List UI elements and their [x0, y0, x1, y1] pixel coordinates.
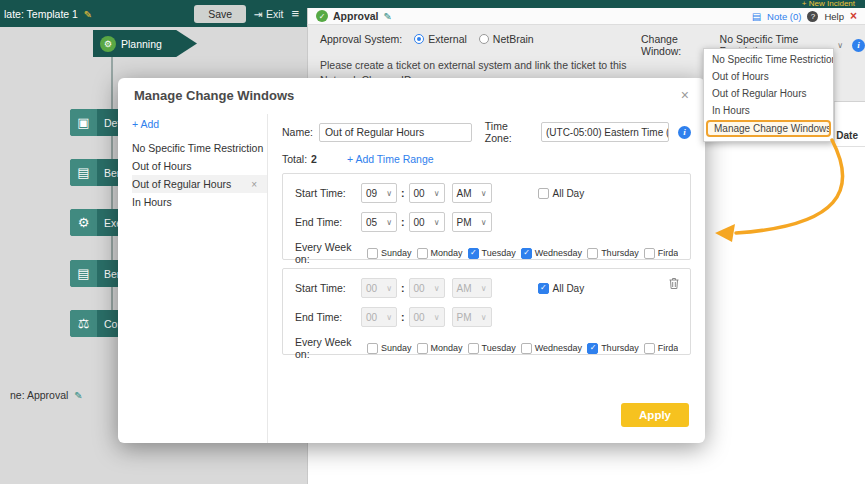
help-icon[interactable]: ?	[807, 11, 818, 22]
day-checkbox-monday[interactable]: Monday	[417, 248, 463, 259]
checkbox-icon[interactable]	[417, 248, 428, 259]
dropdown-item[interactable]: In Hours	[704, 102, 833, 119]
workflow-stage-planning[interactable]: ⚙ Planning	[93, 30, 197, 57]
dropdown-item-manage-change-windows[interactable]: Manage Change Windows	[706, 120, 831, 137]
approval-status-icon: ✓	[316, 10, 328, 22]
header-divider	[834, 146, 865, 147]
start-ampm-select: AM ∨	[452, 278, 492, 298]
add-change-window-link[interactable]: + Add	[132, 118, 159, 130]
start-minute-select[interactable]: 00 ∨	[409, 183, 445, 203]
name-row: Name: Time Zone: (UTC-05:00) Eastern Tim…	[282, 120, 691, 144]
day-checkbox-wednesday[interactable]: Wednesday	[521, 248, 582, 259]
start-time-row: Start Time: 00 ∨ : 00 ∨ AM ∨	[295, 278, 678, 298]
day-checkbox-tuesday[interactable]: Tuesday	[468, 343, 516, 354]
hamburger-menu-icon[interactable]: ≡	[291, 6, 299, 21]
start-ampm-select[interactable]: AM ∨	[452, 183, 492, 203]
all-day-label: All Day	[553, 188, 585, 199]
checkbox-icon[interactable]	[521, 343, 532, 354]
radio-external[interactable]: External	[414, 33, 467, 45]
end-time-row: End Time: 05 ∨ : 00 ∨ PM ∨	[295, 212, 678, 232]
delete-item-icon[interactable]: ×	[251, 179, 257, 190]
all-day-checkbox[interactable]: All Day	[538, 283, 585, 294]
header-actions: ▤ Note (0) ? Help ×	[752, 9, 857, 23]
dropdown-item[interactable]: Out of Regular Hours	[704, 85, 833, 102]
day-checkbox-thursday[interactable]: Thursday	[587, 343, 639, 354]
approval-panel-title: Approval	[333, 10, 379, 22]
checkbox-icon[interactable]	[587, 248, 598, 259]
checkbox-icon[interactable]	[538, 283, 549, 294]
checkbox-icon[interactable]	[367, 343, 378, 354]
dropdown-item[interactable]: No Specific Time Restriction	[704, 51, 833, 68]
save-button[interactable]: Save	[194, 5, 246, 23]
apply-button[interactable]: Apply	[621, 403, 689, 427]
checkbox-icon[interactable]	[468, 343, 479, 354]
day-checkbox-firday[interactable]: Firday	[644, 248, 678, 259]
checkbox-icon[interactable]	[538, 188, 549, 199]
end-ampm-value: PM	[457, 312, 472, 323]
list-item-out-of-regular-hours[interactable]: Out of Regular Hours ×	[132, 175, 267, 193]
day-checkbox-thursday[interactable]: Thursday	[587, 248, 639, 259]
new-incident-button[interactable]: + New Incident	[802, 0, 855, 8]
day-checkbox-group: Sunday Monday Tuesday Wednesday Thursday…	[367, 343, 678, 354]
dropdown-item[interactable]: Out of Hours	[704, 68, 833, 85]
end-hour-value: 00	[366, 312, 377, 323]
help-button[interactable]: Help	[824, 11, 844, 22]
edit-icon[interactable]: ✎	[384, 11, 392, 22]
day-checkbox-wednesday[interactable]: Wednesday	[521, 343, 582, 354]
add-time-range-link[interactable]: + Add Time Range	[347, 153, 434, 165]
checkbox-icon[interactable]	[644, 248, 655, 259]
time-separator: :	[401, 311, 405, 323]
close-icon[interactable]: ×	[681, 87, 689, 103]
time-separator: :	[401, 282, 405, 294]
all-day-checkbox[interactable]: All Day	[538, 188, 585, 199]
day-label: Monday	[431, 248, 463, 258]
note-button[interactable]: Note (0)	[767, 11, 801, 22]
radio-netbrain[interactable]: NetBrain	[479, 33, 534, 45]
radio-icon[interactable]	[414, 34, 424, 44]
chevron-down-icon: ∨	[481, 284, 487, 293]
start-ampm-value: AM	[457, 188, 472, 199]
day-checkbox-monday[interactable]: Monday	[417, 343, 463, 354]
dialog-title: Manage Change Windows	[134, 88, 294, 103]
list-item-out-of-hours[interactable]: Out of Hours	[132, 157, 267, 175]
start-time-label: Start Time:	[295, 282, 361, 294]
every-week-on-label: Every Week on:	[295, 241, 367, 265]
checkbox-icon[interactable]	[587, 343, 598, 354]
day-checkbox-sunday[interactable]: Sunday	[367, 248, 412, 259]
list-item-label: In Hours	[132, 196, 172, 208]
end-ampm-select[interactable]: PM ∨	[452, 212, 492, 232]
close-panel-icon[interactable]: ×	[850, 9, 857, 23]
day-checkbox-tuesday[interactable]: Tuesday	[468, 248, 516, 259]
day-label: Sunday	[381, 343, 412, 353]
day-checkbox-sunday[interactable]: Sunday	[367, 343, 412, 354]
name-input[interactable]	[319, 123, 472, 142]
start-hour-select[interactable]: 09 ∨	[361, 183, 397, 203]
exit-button[interactable]: ⇥ Exit	[254, 8, 283, 20]
day-label: Sunday	[381, 248, 412, 258]
timezone-label: Time Zone:	[485, 120, 535, 144]
compare-icon: ⚖	[70, 310, 97, 337]
day-checkbox-firday[interactable]: Firday	[644, 343, 678, 354]
trash-icon[interactable]	[668, 277, 680, 292]
change-window-dropdown: No Specific Time Restriction Out of Hour…	[703, 48, 834, 142]
edit-icon[interactable]: ✎	[74, 390, 82, 401]
end-hour-select[interactable]: 05 ∨	[361, 212, 397, 232]
checkbox-icon[interactable]	[644, 343, 655, 354]
info-icon[interactable]: i	[852, 39, 865, 52]
checkbox-icon[interactable]	[417, 343, 428, 354]
info-icon[interactable]: i	[678, 126, 691, 139]
end-hour-select: 00 ∨	[361, 307, 397, 327]
edit-icon[interactable]: ✎	[84, 9, 92, 20]
end-minute-select[interactable]: 00 ∨	[409, 212, 445, 232]
radio-icon[interactable]	[479, 34, 489, 44]
dialog-main: Name: Time Zone: (UTC-05:00) Eastern Tim…	[268, 114, 705, 443]
checkbox-icon[interactable]	[521, 248, 532, 259]
list-item-no-restriction[interactable]: No Specific Time Restriction	[132, 139, 267, 157]
checkbox-icon[interactable]	[367, 248, 378, 259]
chevron-down-icon[interactable]: ∨	[837, 41, 843, 50]
end-minute-select: 00 ∨	[409, 307, 445, 327]
checkbox-icon[interactable]	[468, 248, 479, 259]
name-label: Name:	[282, 126, 313, 138]
timezone-select[interactable]: (UTC-05:00) Eastern Time (US &... ∨	[541, 122, 669, 142]
list-item-in-hours[interactable]: In Hours	[132, 193, 267, 211]
